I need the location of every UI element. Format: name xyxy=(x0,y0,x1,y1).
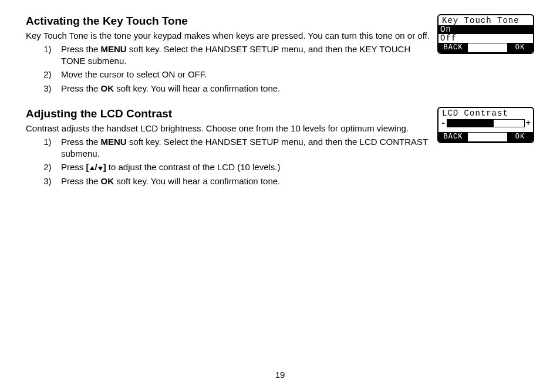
bold-ok: OK xyxy=(101,83,114,93)
contrast-bar-row: - + xyxy=(438,118,533,132)
text: Press xyxy=(61,162,86,172)
text: soft key. You will hear a confirmation t… xyxy=(114,83,280,93)
down-arrow-icon xyxy=(97,162,103,172)
softkey-back: BACK xyxy=(438,43,468,52)
lcd-key-touch-tone: Key Touch Tone On Off BACK OK xyxy=(437,14,534,54)
lcd-title: LCD Contrast xyxy=(438,108,533,118)
bold-menu: MENU xyxy=(101,137,127,147)
lcd-option-off: Off xyxy=(438,34,533,43)
contrast-fill xyxy=(447,120,493,127)
softkey-spacer xyxy=(468,133,507,141)
page-number: 19 xyxy=(0,369,560,381)
softkey-ok: OK xyxy=(507,133,533,141)
step-3: Press the OK soft key. You will hear a c… xyxy=(59,83,534,94)
softkey-ok: OK xyxy=(507,43,533,52)
text: Press the xyxy=(61,137,101,147)
document-page: Key Touch Tone On Off BACK OK Activating… xyxy=(0,0,560,392)
minus-icon: - xyxy=(441,120,446,126)
steps-lcd-contrast: Press the MENU soft key. Select the HAND… xyxy=(26,136,534,187)
lcd-softkeys: BACK OK xyxy=(438,43,533,53)
step-2: Move the cursor to select ON or OFF. xyxy=(59,69,534,80)
step-3: Press the OK soft key. You will hear a c… xyxy=(59,175,534,187)
contrast-bar xyxy=(447,119,524,127)
softkey-spacer xyxy=(468,43,507,52)
plus-icon: + xyxy=(526,120,531,126)
svg-marker-0 xyxy=(90,166,95,170)
text: Press the xyxy=(61,83,101,93)
section-key-touch-tone: Key Touch Tone On Off BACK OK Activating… xyxy=(26,14,534,96)
bold-ok: OK xyxy=(101,176,114,186)
lcd-option-on: On xyxy=(438,25,533,34)
text: Press the xyxy=(61,44,101,54)
softkey-back: BACK xyxy=(438,133,468,141)
svg-marker-1 xyxy=(98,167,103,171)
bold-menu: MENU xyxy=(101,44,127,54)
step-2: Press [/] to adjust the contrast of the … xyxy=(59,161,534,173)
text: to adjust the contrast of the LCD (10 le… xyxy=(106,162,281,172)
lcd-contrast: LCD Contrast - + BACK OK xyxy=(437,107,534,143)
text: soft key. You will hear a confirmation t… xyxy=(114,176,280,186)
text: Press the xyxy=(61,176,101,186)
section-lcd-contrast: LCD Contrast - + BACK OK Adjusting the L… xyxy=(26,107,534,189)
lcd-title: Key Touch Tone xyxy=(438,15,533,25)
up-arrow-icon xyxy=(89,162,95,172)
bold-bracket: [/] xyxy=(86,162,106,172)
lcd-softkeys: BACK OK xyxy=(438,132,533,142)
